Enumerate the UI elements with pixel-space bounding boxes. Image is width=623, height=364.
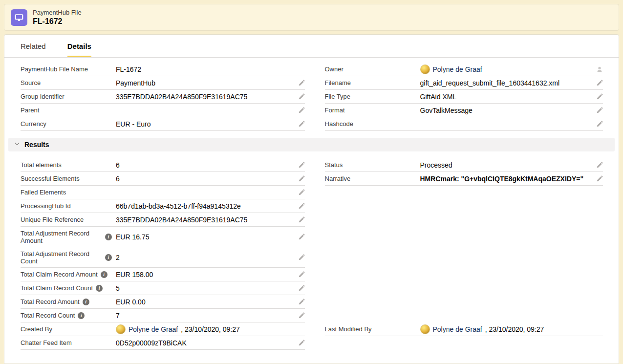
edit-total-record-count-button[interactable]: [293, 310, 305, 321]
details-left-column: PaymentHub File Name FL-1672 Source Paym…: [4, 63, 312, 131]
edit-narrative-button[interactable]: [591, 173, 603, 184]
field-label: Total Adjustment Record Amount: [21, 230, 102, 244]
last-modified-by-link[interactable]: Polyne de Graaf: [433, 325, 482, 334]
field-row-total-claim-record-amount: Total Claim Record Amount i EUR 158.00: [21, 268, 305, 281]
field-label: Hashcode: [325, 120, 354, 128]
info-icon[interactable]: i: [105, 254, 112, 261]
info-icon[interactable]: i: [83, 299, 89, 305]
info-icon[interactable]: i: [105, 234, 112, 240]
edit-failed-elements-button[interactable]: [293, 187, 305, 198]
field-row-failed-elements: Failed Elements: [21, 186, 305, 199]
field-row-status: Status Processed: [325, 158, 603, 172]
field-value: GovTalkMessage: [420, 106, 592, 115]
paymenthub-file-icon: [11, 9, 27, 26]
edit-processinghub-id-button[interactable]: [293, 201, 305, 212]
field-value: EUR 16.75: [116, 233, 293, 241]
field-value: Polyne de Graaf: [420, 64, 592, 74]
field-row-total-claim-record-count: Total Claim Record Count i 5: [21, 281, 305, 295]
edit-total-elements-button[interactable]: [293, 160, 305, 171]
entity-label: PaymentHub File: [33, 9, 82, 17]
info-icon[interactable]: i: [101, 271, 107, 278]
section-title: Results: [24, 141, 49, 149]
field-row-narrative: Narrative HMRCmark: "G+vbqlCIQTE8gkKtMAq…: [325, 172, 603, 186]
field-label: Last Modified By: [325, 325, 372, 333]
edit-source-button[interactable]: [293, 78, 305, 88]
edit-total-claim-record-amount-button[interactable]: [293, 269, 305, 280]
field-label: Group Identifier: [21, 93, 64, 100]
edit-total-adjustment-record-amount-button[interactable]: [293, 232, 305, 242]
field-label: PaymentHub File Name: [21, 65, 88, 73]
change-owner-button[interactable]: [591, 64, 603, 75]
record-tabs: Related Details: [4, 35, 619, 58]
details-right-column: Owner Polyne de Graaf Filename gift_aid_…: [312, 63, 619, 131]
field-value: Processed: [420, 161, 592, 170]
field-row-group-identifier: Group Identifier 335E7BDDA02B4A24A850F9E…: [21, 90, 305, 104]
edit-total-record-amount-button[interactable]: [293, 297, 305, 307]
field-label: Total Record Amount: [21, 298, 80, 305]
info-icon[interactable]: i: [96, 285, 103, 292]
edit-group-identifier-button[interactable]: [293, 91, 305, 102]
edit-total-claim-record-count-button[interactable]: [293, 283, 305, 294]
edit-status-button[interactable]: [591, 160, 603, 171]
field-label: Narrative: [325, 175, 351, 182]
field-value: 335E7BDDA02B4A24A850F9E31619AC75: [116, 215, 293, 224]
tab-related[interactable]: Related: [21, 35, 46, 57]
field-row-total-adjustment-record-count: Total Adjustment Record Count i 2: [21, 247, 305, 268]
field-label: Successful Elements: [21, 175, 80, 182]
field-label: Source: [21, 79, 41, 86]
field-row-source: Source PaymentHub: [21, 76, 305, 90]
field-row-total-elements: Total elements 6: [21, 158, 305, 172]
field-value: HMRCmark: "G+vbqlCIQTE8gkKtMAqaOEZXIDY=": [420, 174, 592, 183]
owner-link[interactable]: Polyne de Graaf: [433, 65, 482, 74]
edit-successful-elements-button[interactable]: [293, 173, 305, 184]
edit-hashcode-button[interactable]: [591, 119, 603, 129]
field-value: gift_aid_request_submit_file_1603441632.…: [420, 79, 592, 87]
edit-file-type-button[interactable]: [591, 91, 603, 102]
edit-chatter-feed-item-button[interactable]: [293, 338, 305, 348]
field-label: Total Record Count: [21, 312, 75, 319]
field-row-owner: Owner Polyne de Graaf: [325, 63, 603, 76]
results-left-column: Total elements 6 Successful Elements 6 F…: [4, 158, 312, 350]
created-by-avatar: [116, 324, 126, 334]
edit-unique-file-reference-button[interactable]: [293, 214, 305, 225]
field-label: Format: [325, 107, 345, 114]
field-value: 6: [116, 174, 293, 183]
field-row-successful-elements: Successful Elements 6: [21, 172, 305, 186]
edit-currency-button[interactable]: [293, 119, 305, 129]
edit-filename-button[interactable]: [591, 78, 603, 88]
field-value: 7: [116, 311, 293, 320]
owner-avatar: [420, 64, 430, 74]
field-value: 2: [116, 253, 293, 262]
chevron-down-icon: [14, 140, 20, 149]
edit-total-adjustment-record-count-button[interactable]: [293, 252, 305, 263]
field-row-processinghub-id: ProcessingHub Id 66b7d1ab-bd3a-4512-b7ff…: [21, 199, 305, 213]
page-title: FL-1672: [33, 17, 82, 26]
field-value: Polyne de Graaf, 23/10/2020, 09:27: [116, 324, 305, 334]
field-row-last-modified-by: Last Modified By Polyne de Graaf, 23/10/…: [325, 322, 603, 336]
field-label: Unique File Reference: [21, 216, 84, 223]
field-row-parent: Parent: [21, 104, 305, 117]
field-label: Total elements: [21, 161, 62, 169]
field-label: Total Claim Record Count: [21, 284, 93, 292]
edit-parent-button[interactable]: [293, 105, 305, 116]
info-icon[interactable]: i: [78, 312, 85, 319]
field-value: 0D52p00009zT9BiCAK: [116, 339, 293, 347]
field-value: EUR 0.00: [116, 298, 293, 306]
field-row-currency: Currency EUR - Euro: [21, 117, 305, 131]
field-label: ProcessingHub Id: [21, 202, 71, 210]
record-detail-card: Related Details PaymentHub File Name FL-…: [4, 34, 619, 364]
last-modified-by-datetime: , 23/10/2020, 09:27: [485, 325, 544, 334]
created-by-link[interactable]: Polyne de Graaf: [129, 325, 178, 334]
results-section-header[interactable]: Results: [8, 138, 615, 151]
field-value: FL-1672: [116, 65, 305, 74]
field-row-hashcode: Hashcode: [325, 117, 603, 131]
edit-format-button[interactable]: [591, 105, 603, 116]
field-label: Parent: [21, 107, 39, 114]
field-row-total-adjustment-record-amount: Total Adjustment Record Amount i EUR 16.…: [21, 227, 305, 247]
field-label: Total Adjustment Record Count: [21, 250, 102, 265]
field-value: 335E7BDDA02B4A24A850F9E31619AC75: [116, 92, 293, 101]
last-modified-by-avatar: [420, 324, 430, 334]
field-label: Owner: [325, 65, 344, 73]
field-row-created-by: Created By Polyne de Graaf, 23/10/2020, …: [21, 322, 305, 336]
tab-details[interactable]: Details: [67, 35, 91, 57]
